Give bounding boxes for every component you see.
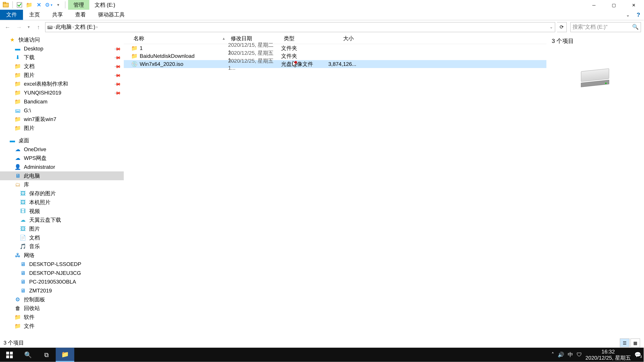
contextual-tab[interactable]: 管理	[68, 0, 90, 10]
iso-icon: 💿	[131, 61, 138, 67]
search-button[interactable]: 🔍	[18, 348, 37, 362]
tree-bandicam[interactable]: 📁Bandicam	[0, 97, 124, 106]
close-button[interactable]: ✕	[624, 0, 644, 10]
folder-icon: 📁	[131, 45, 138, 51]
history-dropdown-icon[interactable]: ▾	[26, 22, 32, 32]
up-button[interactable]: ↑	[34, 22, 43, 32]
file-name: 1	[140, 45, 228, 51]
search-icon[interactable]: 🔍	[632, 24, 639, 30]
tab-view[interactable]: 查看	[69, 10, 92, 20]
tree-gdrive[interactable]: 🖴G:\	[0, 106, 124, 115]
security-icon[interactable]: 🛡	[576, 352, 582, 358]
tree-libraries[interactable]: 🗂库	[0, 180, 124, 189]
wps-icon: ☁	[14, 155, 21, 161]
file-row-selected[interactable]: 💿 Win7x64_2020.iso 2020/12/25, 星期五 1... …	[124, 60, 546, 68]
tray-chevron-icon[interactable]: ˄	[552, 352, 554, 358]
file-size: 3,874,126...	[325, 61, 356, 67]
address-dropdown-icon[interactable]: ⌄	[550, 25, 553, 29]
forward-button[interactable]: →	[14, 22, 24, 32]
tree-desktop[interactable]: ▬Desktop📌	[0, 44, 124, 53]
control-panel-icon: ⚙	[14, 297, 21, 303]
col-type[interactable]: 类型	[281, 35, 325, 42]
file-name: Win7x64_2020.iso	[140, 61, 228, 67]
tree-network[interactable]: 🖧网络	[0, 251, 124, 260]
tree-excel[interactable]: 📁excel表格制作求和📌	[0, 79, 124, 88]
file-row[interactable]: 📁 1 2020/12/15, 星期二 1... 文件夹	[124, 44, 546, 52]
qat-close-icon[interactable]: ✕	[35, 1, 43, 9]
tree-files[interactable]: 📁文件	[0, 322, 124, 331]
tree-software[interactable]: 📁软件	[0, 313, 124, 322]
tree-control[interactable]: ⚙控制面板	[0, 295, 124, 304]
tab-home[interactable]: 主页	[23, 10, 46, 20]
computer-icon: 🖥	[20, 261, 26, 267]
tree-yunqishi[interactable]: 📁YUNQISHI2019📌	[0, 88, 124, 97]
tree-pc2[interactable]: 🖥DESKTOP-NJEU3CG	[0, 269, 124, 278]
svg-rect-9	[10, 355, 12, 358]
tree-desktop2[interactable]: ▬桌面	[0, 136, 124, 145]
nav-tree[interactable]: ★快速访问 ▬Desktop📌 ⬇下载📌 📁文档📌 📁图片📌 📁excel表格制…	[0, 33, 124, 352]
start-button[interactable]	[0, 348, 18, 362]
ribbon-tabs: 文件 主页 共享 查看 驱动器工具 ⌄ ?	[0, 10, 644, 20]
tree-quick-access[interactable]: ★快速访问	[0, 35, 124, 44]
qat-settings-icon[interactable]: ⚙	[44, 1, 52, 9]
window-title: 文档 (E:)	[89, 0, 120, 10]
svg-rect-7	[10, 352, 12, 354]
icons-view-button[interactable]: ▦	[630, 338, 640, 347]
qat-checkbox-icon[interactable]	[16, 1, 23, 9]
crumb-this-pc[interactable]: 此电脑›	[56, 23, 74, 31]
tree-documents2[interactable]: 📄文档	[0, 233, 124, 242]
tree-downloads[interactable]: ⬇下载📌	[0, 53, 124, 62]
tree-saved-pics[interactable]: 🖼保存的图片	[0, 189, 124, 198]
tree-pictures3[interactable]: 🖼图片	[0, 224, 124, 233]
breadcrumb[interactable]: 🖴 › 此电脑› 文档 (E:)› ⌄	[45, 22, 555, 32]
tree-tianyi[interactable]: ☁天翼云盘下载	[0, 216, 124, 224]
tree-pictures[interactable]: 📁图片📌	[0, 71, 124, 80]
tree-camera[interactable]: 🖼本机照片	[0, 198, 124, 207]
tree-win7[interactable]: 📁win7重装win7	[0, 115, 124, 124]
col-name[interactable]: 名称▲	[131, 35, 228, 42]
pin-icon: 📌	[114, 89, 121, 96]
maximize-button[interactable]: ▢	[604, 0, 624, 10]
tree-pc3[interactable]: 🖥PC-20190530OBLA	[0, 277, 124, 286]
tree-music[interactable]: 🎵音乐	[0, 242, 124, 251]
qat-dropdown-icon[interactable]: ▾	[54, 1, 62, 9]
tree-pc4[interactable]: 🖥ZMT2019	[0, 286, 124, 295]
ime-icon[interactable]: 中	[568, 351, 573, 359]
music-icon: 🎵	[20, 243, 26, 250]
tab-drive-tools[interactable]: 驱动器工具	[92, 10, 131, 20]
tree-this-pc[interactable]: 🖥此电脑	[0, 171, 124, 180]
col-size[interactable]: 大小	[325, 35, 356, 42]
refresh-button[interactable]: ⟳	[557, 22, 567, 32]
search-input[interactable]: 搜索"文档 (E:)" 🔍	[570, 22, 641, 32]
file-list[interactable]: 名称▲ 修改日期 类型 大小 📁 1 2020/12/15, 星期二 1... …	[124, 33, 546, 352]
help-icon[interactable]: ?	[633, 10, 644, 20]
tree-admin[interactable]: 👤Administrator	[0, 163, 124, 171]
app-icon[interactable]	[2, 1, 10, 9]
ribbon-expand-icon[interactable]: ⌄	[622, 10, 633, 20]
clock[interactable]: 16:32 2020/12/25, 星期五	[586, 349, 631, 361]
tree-videos[interactable]: 🎞视频	[0, 207, 124, 216]
tree-pc1[interactable]: 🖥DESKTOP-LSSOEDP	[0, 260, 124, 269]
tree-onedrive[interactable]: ☁OneDrive	[0, 145, 124, 154]
minimize-button[interactable]: ─	[584, 0, 604, 10]
tab-share[interactable]: 共享	[46, 10, 69, 20]
date: 2020/12/25, 星期五	[586, 355, 631, 361]
volume-icon[interactable]: 🔊	[558, 352, 564, 358]
tree-documents[interactable]: 📁文档📌	[0, 62, 124, 71]
svg-rect-8	[6, 355, 9, 358]
drive-preview-icon	[580, 70, 611, 86]
file-row[interactable]: 📁 BaiduNetdiskDownload 2020/12/25, 星期五 1…	[124, 52, 546, 60]
details-view-button[interactable]: ☰	[620, 338, 630, 347]
crumb-drive[interactable]: 文档 (E:)›	[75, 23, 98, 31]
tree-pictures2[interactable]: 📁图片	[0, 124, 124, 133]
tab-file[interactable]: 文件	[0, 10, 23, 20]
explorer-taskbar-icon[interactable]: 📁	[56, 348, 74, 362]
notifications-icon[interactable]: 💬3	[634, 352, 641, 358]
chevron-right-icon[interactable]: ›	[54, 25, 55, 29]
tree-recycle[interactable]: 🗑回收站	[0, 304, 124, 313]
svg-rect-6	[6, 352, 9, 354]
back-button[interactable]: ←	[3, 22, 12, 32]
task-view-button[interactable]: ⧉	[37, 348, 56, 362]
qat-folder-icon[interactable]: 📁	[25, 1, 33, 9]
tree-wps[interactable]: ☁WPS网盘	[0, 154, 124, 163]
